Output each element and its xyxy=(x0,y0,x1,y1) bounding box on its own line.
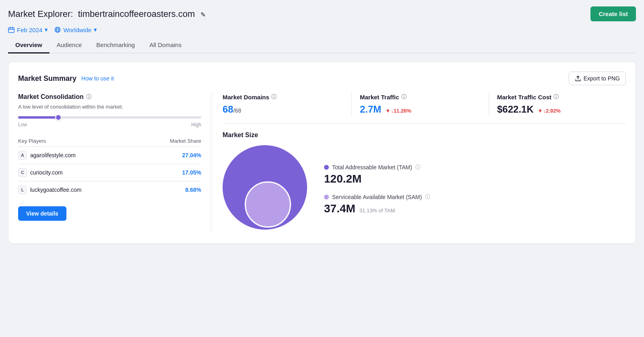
tab-overview[interactable]: Overview xyxy=(8,37,50,53)
consolidation-title: Market Consolidation ⓘ xyxy=(18,93,201,101)
create-list-button[interactable]: Create list xyxy=(590,6,636,21)
sam-legend-label: Serviceable Available Market (SAM) ⓘ xyxy=(324,193,430,201)
domain-name[interactable]: luckygoatcoffee.com xyxy=(30,187,81,193)
tam-dot xyxy=(324,165,329,170)
sam-dot xyxy=(324,195,329,199)
table-row: L luckygoatcoffee.com 8.68% xyxy=(18,181,201,199)
sam-value: 37.4M xyxy=(324,202,355,215)
table-row: C curiocity.com 17.05% xyxy=(18,164,201,181)
domain-name[interactable]: curiocity.com xyxy=(30,169,63,176)
metrics-row: Market Domains ⓘ 68/68 Market Traffic ⓘ xyxy=(223,93,626,123)
domains-number: 68 xyxy=(223,104,233,115)
consolidation-slider: Low High xyxy=(18,116,201,127)
market-legend: Total Addressable Market (TAM) ⓘ 120.2M … xyxy=(324,164,430,215)
col-header-share: Market Share xyxy=(140,136,201,147)
sam-sub: 31.13% of TAM xyxy=(359,208,395,214)
favicon-l: L xyxy=(18,185,27,194)
consolidation-desc: A low level of consolidation within the … xyxy=(18,104,201,110)
date-label: Feb 2024 xyxy=(17,27,42,33)
cost-number: $622.1K xyxy=(497,104,534,115)
sam-label: Serviceable Available Market (SAM) xyxy=(332,194,422,200)
title-domain: timbertraincoffeeroasters.com xyxy=(78,9,195,19)
svg-rect-0 xyxy=(8,28,14,33)
tab-benchmarking[interactable]: Benchmarking xyxy=(89,37,142,53)
date-filter-button[interactable]: Feb 2024 ▾ xyxy=(8,26,48,33)
market-size-body: Total Addressable Market (TAM) ⓘ 120.2M … xyxy=(223,145,626,234)
metric-domains-value: 68/68 xyxy=(223,104,343,115)
domain-cell: A agarolifestyle.com xyxy=(18,151,140,160)
slider-high-label: High xyxy=(191,122,201,127)
market-size-title: Market Size xyxy=(223,132,626,139)
cost-info-icon[interactable]: ⓘ xyxy=(553,93,559,101)
title-prefix: Market Explorer: xyxy=(8,9,73,19)
card-title-group: Market Summary How to use it xyxy=(18,74,114,83)
traffic-change: ▼↓11.26% xyxy=(385,108,411,114)
tab-all-domains[interactable]: All Domains xyxy=(142,37,189,53)
left-panel: Market Consolidation ⓘ A low level of co… xyxy=(18,93,211,234)
tam-info-icon[interactable]: ⓘ xyxy=(415,164,421,171)
domains-sub: /68 xyxy=(233,107,241,114)
traffic-number: 2.7M xyxy=(360,104,381,115)
slider-low-label: Low xyxy=(18,122,27,127)
tabs-row: Overview Audience Benchmarking All Domai… xyxy=(8,37,636,53)
page-wrapper: Market Explorer: timbertraincoffeeroaste… xyxy=(0,0,644,337)
geo-label: Worldwide xyxy=(63,27,91,33)
tam-label: Total Addressable Market (TAM) xyxy=(332,164,412,171)
tam-legend-item: Total Addressable Market (TAM) ⓘ 120.2M xyxy=(324,164,430,185)
slider-labels: Low High xyxy=(18,122,201,127)
metric-domains: Market Domains ⓘ 68/68 xyxy=(223,93,351,115)
metric-traffic-value: 2.7M ▼↓11.26% xyxy=(360,104,481,115)
traffic-info-icon[interactable]: ⓘ xyxy=(401,93,407,101)
date-chevron-icon: ▾ xyxy=(45,26,48,33)
metric-traffic-cost: Market Traffic Cost ⓘ $622.1K ▼↓2.92% xyxy=(489,93,626,115)
metric-cost-value: $622.1K ▼↓2.92% xyxy=(497,104,618,115)
key-players-table: Key Players Market Share A agarolifestyl… xyxy=(18,136,201,198)
domain-cell: L luckygoatcoffee.com xyxy=(18,185,140,194)
arrow-down-icon: ▼ xyxy=(385,108,390,114)
tam-legend-label: Total Addressable Market (TAM) ⓘ xyxy=(324,164,430,171)
card-body: Market Consolidation ⓘ A low level of co… xyxy=(18,93,626,234)
card-title: Market Summary xyxy=(18,74,76,83)
top-header: Market Explorer: timbertraincoffeeroaste… xyxy=(8,6,636,21)
page-title: Market Explorer: timbertraincoffeeroaste… xyxy=(8,9,206,19)
tab-audience[interactable]: Audience xyxy=(50,37,89,53)
geo-filter-button[interactable]: Worldwide ▾ xyxy=(54,26,97,33)
domain-name[interactable]: agarolifestyle.com xyxy=(30,152,76,158)
cost-change: ▼↓2.92% xyxy=(538,108,561,114)
slider-fill xyxy=(18,116,58,119)
market-summary-card: Market Summary How to use it Export to P… xyxy=(8,62,636,244)
export-button[interactable]: Export to PNG xyxy=(569,72,626,85)
share-pct: 17.05% xyxy=(140,164,201,181)
export-label: Export to PNG xyxy=(584,75,620,82)
consolidation-info-icon[interactable]: ⓘ xyxy=(86,93,91,101)
right-panel: Market Domains ⓘ 68/68 Market Traffic ⓘ xyxy=(211,93,626,234)
metric-traffic-label: Market Traffic ⓘ xyxy=(360,93,481,101)
metric-domains-label: Market Domains ⓘ xyxy=(223,93,343,101)
calendar-icon xyxy=(8,27,14,33)
share-pct: 27.04% xyxy=(140,147,201,164)
bubble-chart xyxy=(223,145,311,234)
market-size-section: Market Size Total Address xyxy=(223,132,626,234)
favicon-c: C xyxy=(18,168,27,177)
slider-track xyxy=(18,116,201,119)
favicon-a: A xyxy=(18,151,27,160)
geo-chevron-icon: ▾ xyxy=(94,26,97,33)
view-details-button[interactable]: View details xyxy=(18,206,66,221)
globe-icon xyxy=(54,27,61,33)
tam-value: 120.2M xyxy=(324,173,430,185)
metric-traffic: Market Traffic ⓘ 2.7M ▼↓11.26% xyxy=(351,93,489,115)
cost-arrow-down-icon: ▼ xyxy=(538,108,543,114)
domains-info-icon[interactable]: ⓘ xyxy=(271,93,277,101)
edit-icon[interactable]: ✎ xyxy=(200,11,206,18)
sam-legend-item: Serviceable Available Market (SAM) ⓘ 37.… xyxy=(324,193,430,215)
slider-thumb xyxy=(55,114,62,121)
upload-icon xyxy=(575,75,581,82)
card-header: Market Summary How to use it Export to P… xyxy=(18,72,626,85)
filters-row: Feb 2024 ▾ Worldwide ▾ xyxy=(8,26,636,33)
sam-info-icon[interactable]: ⓘ xyxy=(425,193,430,201)
col-header-players: Key Players xyxy=(18,136,140,147)
how-to-link[interactable]: How to use it xyxy=(81,75,114,82)
metric-cost-label: Market Traffic Cost ⓘ xyxy=(497,93,618,101)
table-row: A agarolifestyle.com 27.04% xyxy=(18,147,201,164)
share-pct: 8.68% xyxy=(140,181,201,199)
